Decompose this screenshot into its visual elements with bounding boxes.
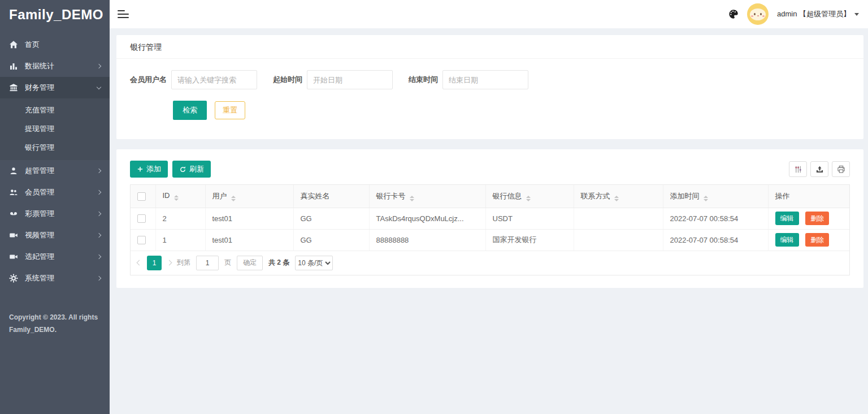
start-time-label: 起始时间	[273, 75, 302, 85]
sidebar-item-label: 选妃管理	[25, 252, 97, 262]
app-root: Family_DEMO 首页 数据统计 财务管理	[0, 0, 868, 414]
copyright-line2: Family_DEMO.	[9, 324, 101, 337]
sort-icon[interactable]	[704, 196, 708, 201]
sidebar-item-finance[interactable]: 财务管理	[0, 77, 110, 98]
page-size-select[interactable]: 10 条/页	[295, 256, 333, 270]
sidebar-item-label: 彩票管理	[25, 209, 97, 219]
sidebar-item-members[interactable]: 会员管理	[0, 182, 110, 203]
search-button[interactable]: 检索	[173, 101, 207, 120]
bank-table: ID 用户 真实姓名 银行卡号 银行信息 联系方式 添加时间 操作	[131, 185, 849, 251]
col-realname: 真实姓名	[293, 185, 369, 208]
col-id[interactable]: ID	[155, 185, 205, 208]
sort-icon[interactable]	[526, 196, 531, 201]
col-bank[interactable]: 银行信息	[485, 185, 574, 208]
chevron-right-icon	[97, 169, 101, 173]
filter-form: 会员用户名 起始时间 结束时间 检索	[116, 59, 863, 139]
username-input[interactable]	[171, 70, 257, 89]
columns-icon	[794, 165, 802, 174]
video-camera-icon	[9, 252, 18, 261]
row-checkbox[interactable]	[137, 236, 146, 244]
cell-user: test01	[205, 229, 293, 251]
sidebar-item-withdraw[interactable]: 提现管理	[0, 119, 110, 138]
prev-page-icon[interactable]	[137, 260, 142, 266]
row-checkbox[interactable]	[137, 214, 146, 223]
refresh-button-label: 刷新	[189, 164, 204, 174]
next-page-icon[interactable]	[167, 260, 172, 266]
sort-icon[interactable]	[174, 195, 179, 201]
goto-confirm-button[interactable]: 确定	[237, 256, 263, 270]
sidebar-item-concubine[interactable]: 选妃管理	[0, 246, 110, 268]
sidebar-item-statistics[interactable]: 数据统计	[0, 55, 110, 77]
sidebar-item-video[interactable]: 视频管理	[0, 225, 110, 246]
start-date-input[interactable]	[307, 70, 393, 89]
cell-card: TAskDs4rqusQDxMuLcjz...	[369, 208, 485, 229]
cell-user: test01	[205, 208, 293, 229]
sort-icon[interactable]	[614, 196, 619, 201]
table-row: 1 test01 GG 88888888 国家开发银行 2022-07-07 0…	[131, 229, 849, 251]
avatar[interactable]	[747, 3, 769, 25]
sidebar-item-lottery[interactable]: 彩票管理	[0, 203, 110, 225]
sidebar-item-superadmin[interactable]: 超管管理	[0, 160, 110, 182]
plus-icon	[137, 166, 144, 172]
caret-down-icon	[854, 13, 859, 16]
page-title: 银行管理	[116, 35, 863, 59]
sidebar-item-recharge[interactable]: 充值管理	[0, 101, 110, 119]
sort-icon[interactable]	[231, 196, 236, 201]
col-label: 联系方式	[581, 192, 610, 200]
select-all-checkbox[interactable]	[137, 192, 146, 201]
cell-contact	[574, 208, 663, 229]
refresh-button[interactable]: 刷新	[172, 161, 211, 178]
card-view-button[interactable]	[789, 161, 807, 177]
chevron-right-icon	[97, 212, 101, 216]
sidebar-item-label: 视频管理	[25, 230, 97, 240]
page-number-active[interactable]: 1	[147, 256, 162, 270]
theme-palette-icon[interactable]	[728, 9, 739, 19]
sidebar-item-home[interactable]: 首页	[0, 34, 110, 55]
table-view-tools	[789, 161, 850, 177]
add-button[interactable]: 添加	[130, 161, 168, 178]
export-button[interactable]	[810, 161, 828, 177]
filter-group-end-time: 结束时间	[409, 70, 528, 89]
sidebar-item-label: 首页	[25, 40, 101, 50]
sort-icon[interactable]	[410, 196, 414, 201]
sidebar-menu: 首页 数据统计 财务管理 充值管理 提现管理 银行管理	[0, 34, 110, 289]
col-user[interactable]: 用户	[205, 185, 293, 208]
table-header-row: ID 用户 真实姓名 银行卡号 银行信息 联系方式 添加时间 操作	[131, 185, 849, 208]
cell-bank: 国家开发银行	[485, 229, 574, 251]
sidebar: Family_DEMO 首页 数据统计 财务管理	[0, 0, 110, 414]
end-date-input[interactable]	[442, 70, 528, 89]
chevron-right-icon	[97, 255, 101, 259]
sidebar-item-system[interactable]: 系统管理	[0, 268, 110, 289]
col-label: ID	[163, 191, 170, 200]
print-button[interactable]	[832, 161, 850, 177]
col-time[interactable]: 添加时间	[663, 185, 768, 208]
content: 银行管理 会员用户名 起始时间 结束时间	[110, 28, 868, 414]
col-card[interactable]: 银行卡号	[369, 185, 485, 208]
topbar-right: admin 【超级管理员】	[728, 3, 859, 25]
cell-bank: USDT	[485, 208, 574, 229]
reset-button[interactable]: 重置	[215, 101, 245, 119]
delete-button[interactable]: 删除	[805, 212, 829, 225]
admin-dropdown[interactable]: admin 【超级管理员】	[777, 9, 859, 19]
edit-button[interactable]: 编辑	[775, 212, 799, 225]
admin-label: admin 【超级管理员】	[777, 9, 850, 19]
copyright-line1: Copyright © 2023. All rights	[9, 312, 101, 324]
sidebar-item-bank[interactable]: 银行管理	[0, 138, 110, 157]
voicemail-icon	[9, 209, 18, 218]
col-contact[interactable]: 联系方式	[574, 185, 663, 208]
col-label: 用户	[212, 192, 227, 200]
avatar-eye	[754, 13, 756, 15]
avatar-cheek	[762, 15, 765, 17]
pagination: 1 到第 页 确定 共 2 条 10 条/页	[131, 251, 849, 275]
edit-button[interactable]: 编辑	[775, 233, 799, 247]
chevron-right-icon	[97, 190, 101, 195]
goto-page-input[interactable]	[196, 256, 219, 270]
total-count-label: 共 2 条	[268, 258, 289, 268]
table-card: 添加 刷新	[116, 149, 863, 288]
app-logo: Family_DEMO	[0, 0, 110, 29]
users-icon	[9, 188, 18, 197]
delete-button[interactable]: 删除	[805, 233, 829, 247]
sidebar-item-label: 系统管理	[25, 273, 97, 283]
sidebar-item-label: 财务管理	[25, 83, 97, 93]
menu-toggle-icon[interactable]	[118, 8, 129, 20]
